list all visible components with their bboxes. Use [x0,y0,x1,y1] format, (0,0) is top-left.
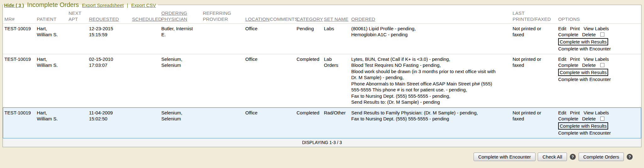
cell-category: Pending [297,24,324,54]
col-header-set-name[interactable]: SET NAME [324,16,351,23]
delete-link[interactable]: Delete [582,62,596,68]
cell-mr: TEST-10019 [4,54,37,107]
col-header-scheduled[interactable]: SCHEDULED [132,16,161,23]
page-title: Incomplete Orders [27,1,79,9]
table-row: TEST-10019 Hart, William S. 12-23-2015 1… [3,24,641,54]
row-select-checkbox[interactable] [600,63,604,67]
print-link[interactable]: Print [570,110,580,116]
complete-link[interactable]: Complete [558,32,578,38]
cell-options: Edit Print View Labels Complete Delete C… [558,108,640,138]
cell-ordered: Send Results to Family Physician: (Dr. M… [351,108,513,138]
col-header-next-apt: NEXT APT [69,10,89,23]
export-csv-link[interactable]: Export CSV [131,3,156,8]
table-row-selected: TEST-10019 Hart, William S. 11-04-2009 1… [3,107,641,138]
col-header-category[interactable]: CATEGORY [297,16,324,23]
cell-set-name: Labs [324,24,351,54]
cell-patient: Hart, William S. [37,54,69,107]
col-header-ordering-physician[interactable]: ORDERING PHYSICIAN [161,10,203,23]
view-labels-link[interactable]: View Labels [584,26,609,32]
complete-with-encounter-link[interactable]: Complete with Encounter [558,76,640,83]
col-header-comments: COMMENTS [270,16,297,23]
cell-location: Office [245,24,270,54]
cell-scheduled [132,108,161,138]
cell-patient: Hart, William S. [37,24,69,54]
cell-location: Office [245,54,270,107]
col-header-ordered[interactable]: ORDERED [351,16,513,23]
cell-options: Edit Print View Labels Complete Delete C… [558,54,640,107]
col-header-requested[interactable]: REQUESTED [89,16,132,23]
cell-category: Completed [297,108,324,138]
cell-next-apt [69,24,89,54]
cell-ordering-physician: Butler, Internist E. [161,24,203,54]
cell-set-name: Lab Orders [324,54,351,107]
paging-status: DISPLAYING 1-3 / 3 [3,138,641,147]
table-row: TEST-10019 Hart, William S. 02-15-2010 1… [3,54,641,107]
complete-orders-button[interactable]: Complete Orders [579,153,624,161]
cell-patient: Hart, William S. [37,108,69,138]
help-icon[interactable]: ? [627,154,633,160]
check-all-button[interactable]: Check All [538,153,567,161]
table-header-row: MR# PATIENT NEXT APT REQUESTED SCHEDULED… [3,9,641,24]
help-icon[interactable]: ? [570,154,576,160]
cell-comments [270,24,297,54]
col-header-options: OPTIONS [558,16,640,23]
cell-requested: 02-15-2010 17:03:07 [89,54,132,107]
legend-separator: | [127,3,128,8]
complete-with-results-link[interactable]: Complete with Results [558,69,608,76]
panel-header: Hide ( 3 ) Incomplete Orders Export Spre… [3,1,158,9]
cell-category: Completed [297,54,324,107]
cell-comments [270,108,297,138]
col-header-mr: MR# [4,16,37,23]
complete-with-encounter-link[interactable]: Complete with Encounter [558,46,640,52]
cell-last-printed-faxed: Not printed or faxed [513,24,558,54]
complete-with-encounter-button[interactable]: Complete with Encounter [474,153,536,161]
delete-link[interactable]: Delete [582,116,596,122]
cell-referring-provider [203,24,245,54]
cell-requested: 11-04-2009 15:02:50 [89,108,132,138]
cell-requested: 12-23-2015 15:15:59 [89,24,132,54]
complete-with-results-link[interactable]: Complete with Results [558,38,608,46]
hide-link[interactable]: Hide ( 3 ) [4,3,24,8]
cell-referring-provider [203,54,245,107]
cell-options: Edit Print View Labels Complete Delete C… [558,24,640,54]
cell-next-apt [69,54,89,107]
view-labels-link[interactable]: View Labels [584,56,609,62]
cell-mr: TEST-10019 [4,108,37,138]
cell-next-apt [69,108,89,138]
cell-set-name: Rad/Other [324,108,351,138]
bottom-action-bar: Complete with Encounter Check All ? Comp… [0,153,633,161]
edit-link[interactable]: Edit [558,56,566,62]
complete-link[interactable]: Complete [558,116,578,122]
complete-link[interactable]: Complete [558,62,578,68]
complete-with-encounter-link[interactable]: Complete with Encounter [558,130,640,136]
print-link[interactable]: Print [570,26,580,32]
cell-location: Office [245,108,270,138]
col-header-referring-provider: REFERRING PROVIDER [203,10,245,23]
cell-ordered: Lytes, BUN, Creat (Call if K+ is <3.0) -… [351,54,513,107]
cell-last-printed-faxed: Not printed or faxed [513,54,558,107]
view-labels-link[interactable]: View Labels [584,110,609,116]
cell-last-printed-faxed: Not printed or faxed [513,108,558,138]
export-spreadsheet-link[interactable]: Export Spreadsheet [82,3,124,8]
cell-mr: TEST-10019 [4,24,37,54]
row-select-checkbox[interactable] [600,117,604,121]
col-header-last-printed-faxed: LAST PRINTED/FAXED [513,10,558,23]
cell-ordering-physician: Selenium, Selenium [161,108,203,138]
col-header-location[interactable]: LOCATION [245,16,270,23]
cell-ordering-physician: Selenium, Selenium [161,54,203,107]
complete-with-results-link[interactable]: Complete with Results [558,122,608,130]
cell-referring-provider [203,108,245,138]
cell-ordered: (80061) Lipid Profile - pending, Hemoglo… [351,24,513,54]
cell-comments [270,54,297,107]
edit-link[interactable]: Edit [558,110,566,116]
print-link[interactable]: Print [570,56,580,62]
cell-scheduled [132,54,161,107]
delete-link[interactable]: Delete [582,32,596,38]
edit-link[interactable]: Edit [558,26,566,32]
cell-scheduled [132,24,161,54]
row-select-checkbox[interactable] [600,32,604,37]
incomplete-orders-panel: Hide ( 3 ) Incomplete Orders Export Spre… [3,1,641,147]
col-header-patient: PATIENT [37,16,69,23]
